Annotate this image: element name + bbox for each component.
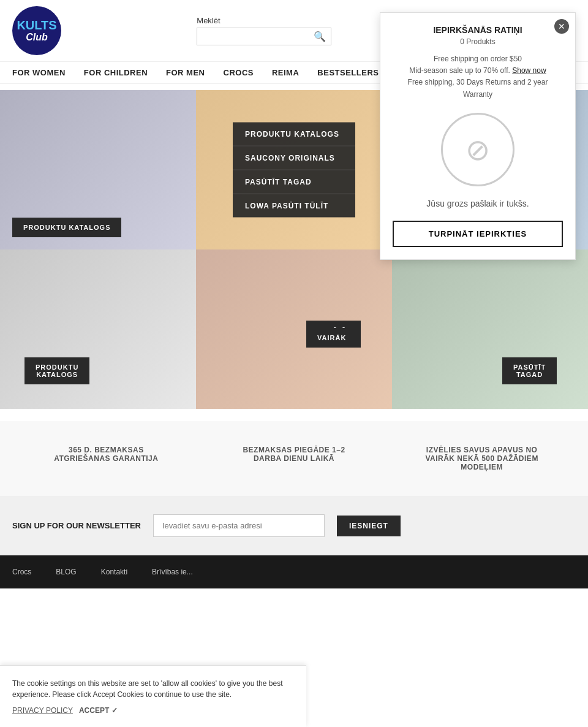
- accept-cookies-button[interactable]: ACCEPT ✓: [79, 706, 118, 715]
- crocs-overlay-order1[interactable]: PASŪTĪT TAGAD: [233, 170, 355, 194]
- feature-delivery: BEZMAKSAS PIEGĀDE 1–2 DARBA DIENU LAIKĀ: [233, 446, 355, 471]
- cart-show-now-link[interactable]: Show now: [512, 66, 546, 75]
- cart-empty-symbol: ⊘: [466, 132, 490, 167]
- newsletter-label: SIGN UP FOR OUR NEWSLETTER: [12, 521, 141, 530]
- cart-empty-icon-area: ⊘: [393, 113, 563, 186]
- search-label: Meklēt: [197, 16, 220, 25]
- footer-link-blog[interactable]: BLOG: [56, 568, 76, 576]
- extra-btn-more[interactable]: VAIRĀK: [306, 328, 357, 348]
- feature-returns: 365 D. BEZMAKSAS ATGRIEŠANAS GARANTIJA: [45, 446, 167, 471]
- nav-item-bestsellers[interactable]: BESTSELLERS: [317, 68, 379, 77]
- logo-line2: Club: [26, 32, 48, 43]
- crocs-overlay-lowa[interactable]: LOWA PASŪTI TŪLĪT: [233, 194, 355, 218]
- cart-shipping-line1: Free shipping on order $50: [434, 55, 522, 63]
- search-input[interactable]: [202, 32, 314, 41]
- category-item-6: PASŪTĪT TAGAD: [392, 249, 588, 409]
- cookie-text: The cookie settings on this website are …: [12, 678, 294, 700]
- category-item-2: PRODUKTU KATALOGS SAUCONY ORIGINALS PASŪ…: [196, 90, 392, 249]
- footer-link-contacts[interactable]: Kontakti: [101, 568, 127, 576]
- search-input-wrap: 🔍: [197, 28, 331, 45]
- search-area: Meklēt 🔍: [197, 16, 331, 45]
- category-item-5: PASŪTĪT TAGAD VAIRĀK: [196, 249, 392, 409]
- crocs-overlay: PRODUKTU KATALOGS SAUCONY ORIGINALS PASŪ…: [233, 123, 355, 218]
- nav-item-crocs[interactable]: CROCS: [224, 68, 254, 77]
- category-btn-1[interactable]: PRODUKTU KATALOGS: [12, 218, 121, 237]
- feature-models: IZVĒLIES SAVUS APAVUS NO VAIRĀK NEKĀ 500…: [421, 446, 543, 471]
- close-icon: ✕: [558, 21, 565, 31]
- category-item-4: PRODUKTU KATALOGS PRODUKTU KATALOGS: [0, 249, 196, 409]
- cart-continue-button[interactable]: TURPINĀT IEPIRKTIES: [393, 221, 563, 247]
- footer-link-crocs[interactable]: Crocs: [12, 568, 31, 576]
- cart-title: IEPIRKŠANĀS RATIŅI: [393, 25, 563, 35]
- category-btn-4b[interactable]: PRODUKTU KATALOGS: [24, 357, 89, 384]
- extra-btn-order-2[interactable]: PASŪTĪT TAGAD: [502, 357, 557, 384]
- cart-dropdown: ✕ IEPIRKŠANĀS RATIŅI 0 Produkts Free shi…: [380, 12, 576, 260]
- logo-circle: KULTS Club: [12, 6, 61, 55]
- cart-shipping-line3: Free shipping, 30 Days Returns and 2 yea…: [408, 78, 548, 98]
- header: KULTS Club Meklēt 🔍 LOJALITĀTES PUNKTI: …: [0, 0, 588, 84]
- features-bar: 365 D. BEZMAKSAS ATGRIEŠANAS GARANTIJA B…: [0, 421, 588, 496]
- cart-shipping-line2: Mid-season sale up to 70% off.: [409, 66, 510, 75]
- cart-empty-text: Jūsu grozs pašlaik ir tukšs.: [393, 199, 563, 208]
- category-item-1: PRODUKTU KATALOGS: [0, 90, 196, 249]
- footer-link-privacy[interactable]: Brīvības ie...: [152, 568, 193, 576]
- newsletter-submit-button[interactable]: IESNIEGT: [337, 516, 401, 536]
- nav-item-for-children[interactable]: FOR CHILDREN: [84, 68, 148, 77]
- crocs-overlay-saucony[interactable]: SAUCONY ORIGINALS: [233, 147, 355, 170]
- search-icon: 🔍: [314, 31, 326, 42]
- privacy-policy-link[interactable]: PRIVACY POLICY: [12, 706, 73, 715]
- cart-products-count: 0 Produkts: [393, 37, 563, 46]
- nav-item-reima[interactable]: REIMA: [272, 68, 299, 77]
- cookie-actions: PRIVACY POLICY ACCEPT ✓: [12, 706, 294, 715]
- logo[interactable]: KULTS Club: [12, 6, 61, 55]
- nav-item-for-women[interactable]: FOR WOMEN: [12, 68, 66, 77]
- crocs-overlay-catalog[interactable]: PRODUKTU KATALOGS: [233, 123, 355, 147]
- search-button[interactable]: 🔍: [314, 31, 326, 42]
- newsletter-section: SIGN UP FOR OUR NEWSLETTER IESNIEGT: [0, 496, 588, 555]
- nav-item-for-men[interactable]: FOR MEN: [166, 68, 205, 77]
- cart-info: Free shipping on order $50 Mid-season sa…: [393, 53, 563, 101]
- footer: Crocs BLOG Kontakti Brīvības ie...: [0, 555, 588, 588]
- cookie-banner: The cookie settings on this website are …: [0, 665, 306, 727]
- logo-line1: KULTS: [17, 18, 56, 32]
- cart-close-button[interactable]: ✕: [554, 19, 569, 34]
- newsletter-input[interactable]: [153, 514, 325, 537]
- cart-empty-circle: ⊘: [441, 113, 514, 186]
